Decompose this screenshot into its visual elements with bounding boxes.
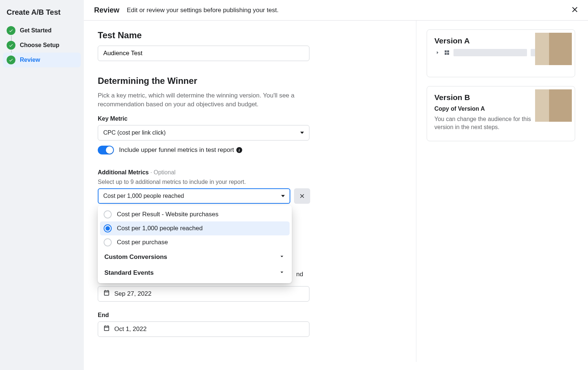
version-b-thumbnail [535,89,572,122]
caret-down-icon [281,195,285,197]
step-label: Get Started [20,27,51,34]
winner-desc: Pick a key metric, which will determine … [98,91,304,109]
upper-funnel-toggle[interactable] [98,146,114,154]
metric-option[interactable]: Cost per 1,000 people reached [100,221,290,235]
key-metric-value: CPC (cost per link click) [103,129,166,136]
end-date-label: End [98,312,402,319]
metric-group-standard-events[interactable]: Standard Events [100,265,290,281]
step-label: Choose Setup [20,42,60,49]
version-a-thumbnail [535,33,572,65]
test-name-heading: Test Name [98,30,402,40]
calendar-icon [103,289,110,298]
step-label: Review [20,57,40,63]
radio-icon [104,210,112,218]
additional-metric-value: Cost per 1,000 people reached [103,193,184,199]
step-get-started[interactable]: Get Started [3,23,81,38]
radio-icon [104,224,112,232]
versions-column: Version A Version B Copy of Version A Yo… [416,21,585,362]
sidebar-title: Create A/B Test [3,6,81,23]
grid-icon [444,50,450,56]
key-metric-label: Key Metric [98,115,402,122]
end-date-value: Oct 1, 2022 [114,325,147,333]
version-b-card[interactable]: Version B Copy of Version A You can chan… [427,86,575,141]
check-icon [7,41,15,50]
start-date-input[interactable]: Sep 27, 2022 [98,286,309,302]
end-date-input[interactable]: Oct 1, 2022 [98,321,309,337]
form-column: Test Name Determining the Winner Pick a … [84,21,416,362]
step-choose-setup[interactable]: Choose Setup [3,38,81,53]
chevron-down-icon [279,269,285,277]
start-date-value: Sep 27, 2022 [114,290,151,298]
skeleton-bar [453,49,527,56]
wizard-sidebar: Create A/B Test Get Started Choose Setup… [0,0,84,362]
additional-metrics-label: Additional Metrics · Optional [98,169,402,176]
close-button[interactable] [570,5,579,15]
page-header: Review Edit or review your settings befo… [84,0,588,21]
close-icon [570,5,579,14]
metric-option[interactable]: Cost per Result - Website purchases [100,207,290,221]
header-subtitle: Edit or review your settings before publ… [127,7,279,14]
calendar-icon [103,325,110,333]
version-a-card[interactable]: Version A [427,29,575,77]
check-icon [7,26,15,35]
check-icon [7,56,15,64]
chevron-down-icon [279,253,285,262]
winner-heading: Determining the Winner [98,76,402,86]
metric-dropdown: Cost per Result - Website purchases Cost… [98,205,292,283]
caret-down-icon [300,132,304,134]
header-title: Review [94,6,119,14]
metric-group-custom-conversions[interactable]: Custom Conversions [100,249,290,265]
remove-metric-button[interactable] [294,188,310,204]
info-icon[interactable]: i [236,147,242,153]
chevron-right-icon [434,50,440,56]
toggle-label: Include upper funnel metrics in test rep… [119,146,242,154]
additional-metric-select[interactable]: Cost per 1,000 people reached [98,188,290,204]
test-name-input[interactable] [98,46,309,61]
additional-desc: Select up to 9 additional metrics to inc… [98,179,402,185]
metric-option[interactable]: Cost per purchase [100,235,290,249]
close-icon [299,193,305,199]
step-review[interactable]: Review [3,53,81,67]
key-metric-select[interactable]: CPC (cost per link click) [98,125,309,140]
radio-icon [104,238,112,246]
version-b-desc: You can change the audience for this ver… [434,115,534,132]
